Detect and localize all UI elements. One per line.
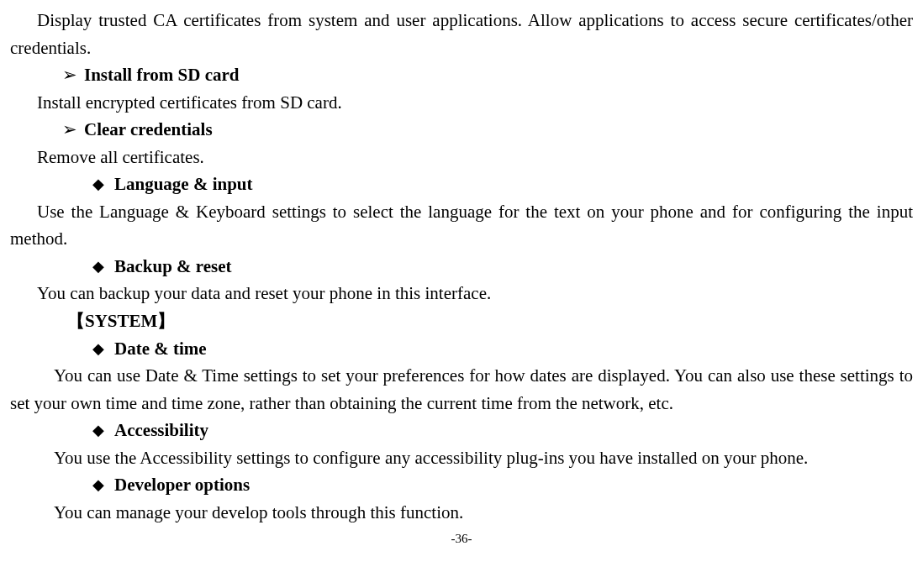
desc-backup-reset: You can backup your data and reset your … [10,280,913,307]
desc-clear-credentials: Remove all certificates. [10,144,913,171]
arrow-icon: ➢ [62,61,84,89]
diamond-icon: ◆ [92,255,114,279]
bullet-label: Backup & reset [114,256,232,276]
desc-date-time: You can use Date & Time settings to set … [10,362,913,417]
desc-language-input: Use the Language & Keyboard settings to … [10,198,913,253]
desc-developer-options: You can manage your develop tools throug… [10,499,913,527]
bullet-label: Language & input [114,174,253,194]
bullet-date-time: ◆Date & time [10,335,913,363]
bullet-developer-options: ◆Developer options [10,471,913,499]
bullet-label: Install from SD card [84,65,240,85]
bullet-clear-credentials: ➢Clear credentials [10,116,913,144]
diamond-icon: ◆ [92,474,114,497]
desc-accessibility: You use the Accessibility settings to co… [10,444,913,472]
bullet-label: Clear credentials [84,119,213,139]
bullet-backup-reset: ◆Backup & reset [10,253,913,281]
arrow-icon: ➢ [62,116,84,144]
bullet-install-sd: ➢Install from SD card [10,61,913,89]
page-number: -36- [10,529,913,549]
bullet-label: Date & time [114,339,207,359]
section-system: 【SYSTEM】 [10,307,913,335]
bullet-language-input: ◆Language & input [10,171,913,198]
bullet-label: Accessibility [114,420,208,440]
diamond-icon: ◆ [92,338,114,361]
paragraph-intro: Display trusted CA certificates from sys… [10,7,913,61]
bullet-label: Developer options [114,475,250,495]
desc-install-sd: Install encrypted certificates from SD c… [10,89,913,117]
diamond-icon: ◆ [92,419,114,443]
bullet-accessibility: ◆Accessibility [10,417,913,444]
diamond-icon: ◆ [92,173,114,197]
